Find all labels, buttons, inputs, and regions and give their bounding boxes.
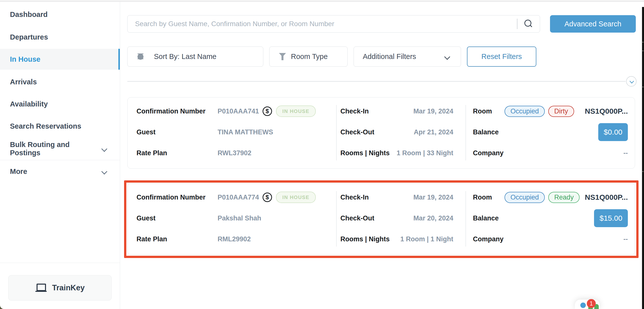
check-out-label: Check-Out [340, 128, 374, 136]
confirmation-number-label: Confirmation Number [136, 194, 218, 201]
rooms-nights-label: Rooms | Nights [340, 149, 390, 157]
check-out-label: Check-Out [340, 214, 374, 222]
room-type-filter-button[interactable]: Room Type [269, 47, 348, 67]
sort-by-label: Sort By: Last Name [154, 53, 216, 61]
rate-plan-label: Rate Plan [136, 235, 218, 243]
reset-filters-label: Reset Filters [482, 53, 522, 61]
sidebar-item-dashboard[interactable]: Dashboard [0, 4, 120, 25]
search-input[interactable] [134, 20, 517, 28]
room-label: Room [473, 108, 504, 115]
sidebar: Dashboard Departures In House Arrivals A… [0, 2, 120, 309]
search-icon[interactable] [524, 19, 533, 29]
dollar-circle-icon[interactable]: $ [262, 107, 272, 116]
screen-right-edge [642, 7, 644, 309]
check-in-label: Check-In [340, 108, 369, 115]
chevron-down-icon [102, 168, 108, 175]
guest-label: Guest [136, 128, 218, 136]
company-value: -- [623, 235, 628, 243]
sidebar-item-label: Search Reservations [10, 122, 81, 130]
rooms-nights-value: 1 Room | 1 Night [400, 235, 453, 243]
confirmation-number-label: Confirmation Number [136, 108, 218, 115]
check-in-value: Mar 19, 2024 [413, 194, 453, 201]
search-divider [517, 19, 518, 29]
in-house-status-badge: IN HOUSE [276, 192, 316, 203]
room-type-label: Room Type [291, 53, 328, 61]
search-box[interactable] [127, 15, 540, 33]
company-label: Company [473, 235, 504, 243]
rooms-nights-value: 1 Room | 33 Night [396, 149, 453, 157]
dollar-circle-icon[interactable]: $ [262, 193, 272, 202]
balance-label: Balance [473, 214, 504, 222]
occupancy-status-pill: Occupied [504, 106, 545, 117]
sidebar-item-label: More [10, 167, 27, 176]
balance-amount-button[interactable]: $15.00 [594, 209, 628, 227]
additional-filters-label: Additional Filters [363, 53, 416, 61]
chevron-down-icon [444, 54, 451, 60]
room-number-value: NS1Q000P... [585, 107, 628, 115]
rate-plan-label: Rate Plan [136, 149, 218, 157]
sidebar-item-search-reservations[interactable]: Search Reservations [0, 116, 120, 137]
collapse-toggle-button[interactable] [626, 76, 636, 87]
section-divider [127, 81, 626, 82]
trainkey-button[interactable]: TrainKey [8, 275, 112, 300]
rate-plan-value: RWL37902 [218, 149, 252, 157]
sidebar-footer-divider [0, 263, 120, 263]
housekeeping-status-pill: Dirty [548, 106, 574, 117]
trainkey-label: TrainKey [52, 283, 85, 292]
sort-by-button[interactable]: Sort By: Last Name [127, 47, 263, 67]
guest-name-value: TINA MATTHEWS [218, 128, 273, 136]
sidebar-item-departures[interactable]: Departures [0, 27, 120, 48]
sidebar-item-label: Dashboard [10, 11, 48, 19]
sidebar-item-label: Bulk Routing and Postings [10, 141, 102, 157]
confirmation-number-value: P010AAA774 [218, 194, 259, 201]
rate-plan-value: RML29902 [218, 235, 251, 243]
guest-name-value: Pakshal Shah [218, 214, 261, 222]
balance-amount-button[interactable]: $0.00 [598, 123, 628, 141]
confirmation-number-value: P010AAA741 [218, 108, 259, 115]
sidebar-item-in-house[interactable]: In House [0, 49, 120, 70]
sidebar-item-label: Departures [10, 33, 48, 41]
sidebar-item-label: Availability [10, 100, 48, 108]
rooms-nights-label: Rooms | Nights [340, 235, 390, 243]
room-label: Room [473, 194, 504, 201]
pms-in-house-page: Dashboard Departures In House Arrivals A… [0, 0, 644, 309]
check-in-label: Check-In [340, 194, 369, 201]
browser-chrome-edge [0, 0, 644, 2]
occupancy-status-pill: Occupied [504, 192, 545, 203]
filter-funnel-icon [279, 53, 286, 61]
sort-history-icon [138, 53, 148, 61]
notification-badge[interactable]: 1 [587, 299, 596, 308]
chevron-down-icon [630, 79, 634, 84]
company-label: Company [473, 149, 504, 157]
check-out-value: Mar 20, 2024 [413, 214, 453, 222]
chevron-down-icon [102, 146, 108, 152]
housekeeping-status-pill: Ready [548, 192, 580, 203]
sidebar-item-bulk-routing[interactable]: Bulk Routing and Postings [0, 138, 120, 159]
laptop-icon [35, 284, 47, 292]
sidebar-item-arrivals[interactable]: Arrivals [0, 71, 120, 92]
reset-filters-button[interactable]: Reset Filters [467, 47, 536, 67]
reservation-card[interactable]: Confirmation Number P010AAA774 $ IN HOUS… [127, 183, 635, 255]
sidebar-divider [0, 160, 120, 160]
balance-label: Balance [473, 128, 504, 136]
sidebar-item-availability[interactable]: Availability [0, 94, 120, 114]
guest-label: Guest [136, 214, 218, 222]
check-in-value: Mar 19, 2024 [413, 108, 453, 115]
reservation-card[interactable]: Confirmation Number P010AAA741 $ IN HOUS… [127, 97, 635, 169]
room-number-value: NS1Q000P... [585, 193, 628, 201]
sidebar-item-label: In House [10, 55, 40, 64]
check-out-value: Apr 21, 2024 [414, 128, 453, 136]
company-value: -- [623, 149, 628, 157]
in-house-status-badge: IN HOUSE [276, 106, 316, 117]
sidebar-item-label: Arrivals [10, 78, 37, 86]
app-logo-blue-dot [580, 302, 586, 308]
sidebar-item-more[interactable]: More [0, 161, 120, 182]
additional-filters-dropdown[interactable]: Additional Filters [354, 47, 461, 67]
advanced-search-button[interactable]: Advanced Search [550, 15, 636, 33]
